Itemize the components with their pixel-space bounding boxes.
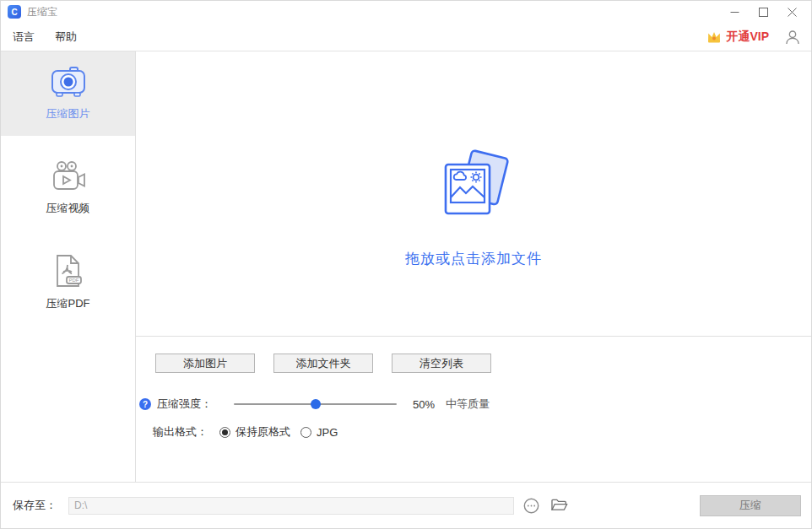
title-bar: C 压缩宝 [1,1,811,23]
ellipsis-circle-icon [523,498,539,514]
sidebar: 压缩图片 压缩视频 [1,51,136,482]
add-folder-button[interactable]: 添加文件夹 [273,354,373,373]
sidebar-item-compress-pdf[interactable]: PDF 压缩PDF [1,240,135,325]
title-bar-left: C 压缩宝 [8,5,57,19]
radio-selected-icon [219,427,230,438]
footer-bar: 保存至： 压缩 [1,482,811,528]
crown-icon [706,30,723,44]
compress-button[interactable]: 压缩 [700,495,801,516]
output-format-row: 输出格式： 保持原格式 JPG [136,424,811,440]
video-camera-icon [49,160,88,192]
radio-label: JPG [317,426,338,439]
menu-help[interactable]: 帮助 [55,30,77,45]
add-images-button[interactable]: 添加图片 [155,354,255,373]
clear-list-button[interactable]: 清空列表 [392,354,491,373]
strength-slider[interactable] [234,398,397,410]
strength-quality-label: 中等质量 [446,397,490,412]
sidebar-item-label: 压缩图片 [46,106,90,121]
menu-bar-right: 开通VIP [706,29,801,46]
menu-language[interactable]: 语言 [13,30,35,45]
radio-keep-original-format[interactable]: 保持原格式 [219,424,290,440]
strength-value: 50% [413,398,435,411]
open-vip-label: 开通VIP [726,30,769,45]
app-logo-icon: C [8,5,21,19]
dropzone[interactable]: 拖放或点击添加文件 [136,51,811,337]
camera-icon [49,66,88,98]
compression-strength-row: ? 压缩强度： 50% 中等质量 [136,397,811,412]
slider-handle[interactable] [311,399,321,409]
minimize-button[interactable] [720,2,749,22]
window-controls [720,2,806,22]
app-logo-letter: C [11,8,17,17]
user-icon [784,29,801,46]
sidebar-item-compress-image[interactable]: 压缩图片 [1,51,135,136]
svg-text:PDF: PDF [68,278,78,283]
app-window: C 压缩宝 语言 帮助 [0,0,812,529]
close-icon [788,8,797,17]
output-format-label: 输出格式： [153,424,208,440]
sidebar-item-label: 压缩PDF [46,296,90,311]
app-title: 压缩宝 [27,5,57,19]
open-vip-button[interactable]: 开通VIP [706,30,769,45]
action-buttons-row: 添加图片 添加文件夹 清空列表 [136,354,811,373]
save-to-label: 保存至： [13,498,57,513]
dropzone-label: 拖放或点击添加文件 [405,249,542,268]
pdf-file-icon: PDF [51,254,86,288]
main-panel: 拖放或点击添加文件 添加图片 添加文件夹 清空列表 ? 压缩强度： 50% 中 [136,51,811,482]
help-icon[interactable]: ? [139,398,151,410]
save-path-input[interactable] [68,497,514,515]
browse-path-button[interactable] [523,498,539,514]
content-area: 压缩图片 压缩视频 [1,51,811,482]
menu-items: 语言 帮助 [13,30,77,45]
menu-bar: 语言 帮助 开通VIP [1,23,811,51]
open-folder-button[interactable] [550,498,568,513]
radio-unselected-icon [300,427,311,438]
open-folder-icon [550,498,568,513]
strength-label: 压缩强度： [157,397,212,412]
minimize-icon [730,8,739,17]
photos-icon [437,149,510,219]
maximize-button[interactable] [749,2,777,22]
maximize-icon [759,8,768,17]
sidebar-item-compress-video[interactable]: 压缩视频 [1,146,135,230]
controls-panel: 添加图片 添加文件夹 清空列表 ? 压缩强度： 50% 中等质量 输出格式： [136,337,811,482]
close-button[interactable] [777,2,806,22]
account-button[interactable] [784,29,801,46]
radio-jpg-format[interactable]: JPG [300,426,338,439]
radio-label: 保持原格式 [235,424,290,440]
sidebar-item-label: 压缩视频 [46,201,90,216]
